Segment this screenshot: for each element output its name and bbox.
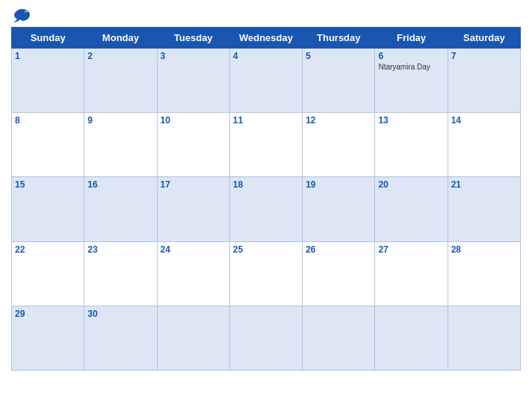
calendar-cell: 29 — [12, 306, 84, 370]
day-number: 1 — [15, 51, 81, 61]
calendar-cell: 14 — [448, 113, 520, 177]
day-number: 18 — [233, 179, 299, 190]
day-number: 25 — [233, 244, 299, 255]
calendar-cell — [448, 306, 520, 370]
calendar-week-row: 2930 — [12, 306, 521, 370]
calendar-cell: 4 — [229, 49, 302, 113]
calendar-cell: 7 — [448, 49, 520, 113]
calendar-cell: 20 — [375, 177, 448, 241]
day-number: 14 — [451, 115, 517, 126]
calendar-cell: 30 — [84, 306, 157, 370]
calendar-cell: 25 — [229, 241, 302, 306]
day-number: 28 — [451, 244, 517, 255]
weekday-header-friday: Friday — [375, 28, 448, 49]
day-number: 2 — [87, 51, 153, 61]
calendar-cell: 13 — [375, 113, 448, 177]
calendar-week-row: 891011121314 — [12, 113, 521, 177]
calendar-cell: 24 — [157, 241, 229, 306]
weekday-header-row: SundayMondayTuesdayWednesdayThursdayFrid… — [12, 28, 521, 49]
calendar-cell: 11 — [229, 113, 302, 177]
weekday-header-wednesday: Wednesday — [229, 28, 302, 49]
day-number: 16 — [87, 179, 153, 190]
day-number: 13 — [378, 115, 444, 126]
calendar-cell: 15 — [12, 177, 84, 241]
calendar-cell — [229, 306, 302, 370]
day-number: 15 — [15, 179, 81, 190]
calendar-header — [11, 7, 521, 24]
calendar-cell — [303, 306, 375, 370]
day-number: 7 — [451, 51, 517, 61]
weekday-header-saturday: Saturday — [448, 28, 520, 49]
logo-area — [11, 7, 35, 24]
weekday-header-tuesday: Tuesday — [157, 28, 229, 49]
day-number: 20 — [378, 179, 444, 190]
day-number: 17 — [161, 179, 226, 190]
calendar-cell: 18 — [229, 177, 302, 241]
day-number: 12 — [306, 115, 371, 126]
calendar-week-row: 22232425262728 — [12, 241, 521, 306]
day-number: 23 — [87, 244, 153, 255]
day-number: 10 — [161, 115, 226, 126]
calendar-cell: 12 — [303, 113, 375, 177]
calendar-cell — [375, 306, 448, 370]
calendar-cell: 10 — [157, 113, 229, 177]
calendar-cell — [157, 306, 229, 370]
day-number: 27 — [378, 244, 444, 255]
day-number: 24 — [161, 244, 226, 255]
weekday-header-sunday: Sunday — [12, 28, 84, 49]
calendar-cell: 8 — [12, 113, 84, 177]
calendar-cell: 16 — [84, 177, 157, 241]
day-number: 21 — [451, 179, 517, 190]
day-number: 4 — [233, 51, 299, 61]
day-number: 30 — [87, 309, 153, 319]
day-number: 11 — [233, 115, 299, 126]
calendar-cell: 5 — [303, 49, 375, 113]
calendar-cell: 27 — [375, 241, 448, 306]
calendar-week-row: 15161718192021 — [12, 177, 521, 241]
day-number: 5 — [306, 51, 371, 61]
calendar-container: SundayMondayTuesdayWednesdayThursdayFrid… — [0, 0, 532, 411]
calendar-cell: 21 — [448, 177, 520, 241]
day-number: 22 — [15, 244, 81, 255]
calendar-cell: 3 — [157, 49, 229, 113]
day-number: 3 — [161, 51, 226, 61]
calendar-table: SundayMondayTuesdayWednesdayThursdayFrid… — [11, 27, 521, 371]
holiday-name: Ntaryamira Day — [378, 63, 430, 71]
logo-bird-icon — [11, 7, 32, 24]
day-number: 26 — [306, 244, 371, 255]
calendar-cell: 28 — [448, 241, 520, 306]
calendar-cell: 22 — [12, 241, 84, 306]
weekday-header-monday: Monday — [84, 28, 157, 49]
weekday-header-thursday: Thursday — [303, 28, 375, 49]
calendar-cell: 6Ntaryamira Day — [375, 49, 448, 113]
calendar-week-row: 123456Ntaryamira Day7 — [12, 49, 521, 113]
calendar-cell: 23 — [84, 241, 157, 306]
day-number: 6 — [378, 51, 444, 61]
calendar-cell: 26 — [303, 241, 375, 306]
calendar-cell: 2 — [84, 49, 157, 113]
calendar-cell: 1 — [12, 49, 84, 113]
day-number: 9 — [87, 115, 153, 126]
day-number: 29 — [15, 309, 81, 319]
calendar-cell: 9 — [84, 113, 157, 177]
day-number: 8 — [15, 115, 81, 126]
calendar-cell: 19 — [303, 177, 375, 241]
day-number: 19 — [306, 179, 371, 190]
calendar-cell: 17 — [157, 177, 229, 241]
